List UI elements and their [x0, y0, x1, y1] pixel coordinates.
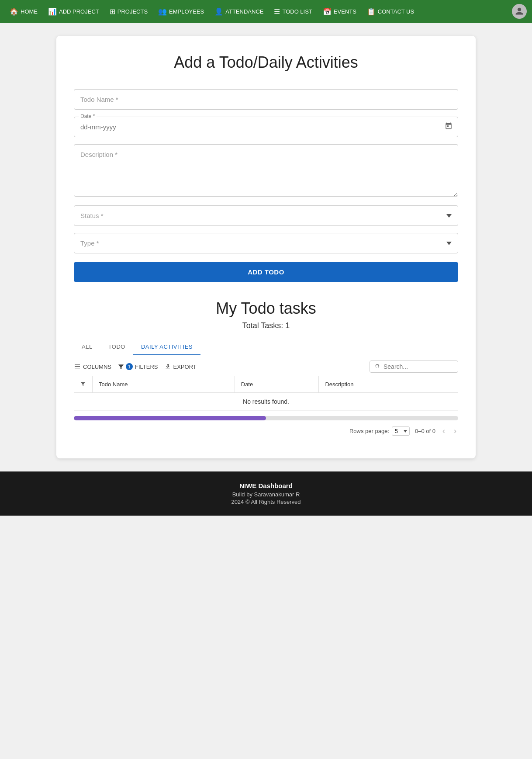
- contact-icon: 📋: [367, 7, 376, 16]
- tabs-container: ALL TODO DAILY ACTIVITIES: [74, 339, 458, 355]
- type-group: Type *: [74, 233, 458, 253]
- projects-icon: ⊞: [110, 7, 115, 16]
- pagination: Rows per page: 5 10 25 0–0 of 0 ‹ ›: [74, 424, 458, 437]
- col-date: Date: [235, 376, 319, 393]
- export-button[interactable]: EXPORT: [164, 361, 197, 372]
- nav-contact-us[interactable]: 📋 CONTACT US: [363, 5, 418, 18]
- description-input[interactable]: [74, 144, 458, 197]
- nav-projects[interactable]: ⊞ PROJECTS: [105, 5, 152, 18]
- total-tasks: Total Tasks: 1: [74, 321, 458, 330]
- footer-build: Build by Saravanakumar R: [10, 491, 522, 498]
- prev-page-button[interactable]: ‹: [441, 426, 447, 437]
- todo-list-icon: ☰: [274, 7, 280, 16]
- todo-name-input[interactable]: [74, 89, 458, 110]
- add-todo-button[interactable]: ADD TODO: [74, 262, 458, 282]
- attendance-icon: 👤: [214, 7, 223, 16]
- no-results: No results found.: [74, 393, 458, 411]
- rows-per-page-label: Rows per page:: [349, 428, 389, 434]
- description-group: [74, 144, 458, 198]
- scroll-bar-thumb: [74, 416, 266, 420]
- filters-button[interactable]: 1 FILTERS: [117, 361, 158, 372]
- nav-events[interactable]: 📅 EVENTS: [318, 5, 361, 18]
- status-select[interactable]: Status *: [74, 205, 458, 226]
- footer-copyright: 2024 © All Rights Reserved: [10, 499, 522, 505]
- page-title: Add a Todo/Daily Activities: [74, 53, 458, 72]
- date-group: Date *: [74, 117, 458, 137]
- status-group: Status *: [74, 205, 458, 226]
- date-label: Date *: [79, 113, 97, 119]
- footer: NIWE Dashboard Build by Saravanakumar R …: [0, 471, 532, 516]
- nav-add-project[interactable]: 📊 ADD PROJECT: [44, 5, 104, 18]
- date-input[interactable]: [74, 117, 458, 137]
- nav-home[interactable]: 🏠 HOME: [5, 5, 42, 18]
- home-icon: 🏠: [10, 7, 18, 16]
- employees-icon: 👥: [158, 7, 167, 16]
- navbar: 🏠 HOME 📊 ADD PROJECT ⊞ PROJECTS 👥 EMPLOY…: [0, 0, 532, 23]
- col-todo-name: Todo Name: [93, 376, 235, 393]
- next-page-button[interactable]: ›: [452, 426, 458, 437]
- search-input[interactable]: [383, 363, 453, 370]
- table-toolbar: COLUMNS 1 FILTERS EXPORT: [74, 360, 458, 373]
- search-box: [370, 360, 458, 373]
- nav-employees[interactable]: 👥 EMPLOYEES: [154, 5, 208, 18]
- user-avatar[interactable]: [512, 4, 527, 19]
- tab-all[interactable]: ALL: [74, 339, 100, 355]
- columns-button[interactable]: COLUMNS: [74, 361, 111, 372]
- filters-badge: 1: [126, 363, 133, 370]
- events-icon: 📅: [323, 7, 332, 16]
- col-description: Description: [319, 376, 458, 393]
- main-content: Add a Todo/Daily Activities Date * Statu…: [56, 36, 476, 458]
- tasks-section-title: My Todo tasks: [74, 299, 458, 318]
- footer-brand: NIWE Dashboard: [10, 482, 522, 489]
- type-select[interactable]: Type *: [74, 233, 458, 253]
- nav-attendance[interactable]: 👤 ATTENDANCE: [210, 5, 268, 18]
- todo-table: Todo Name Date Description No results fo…: [74, 376, 458, 411]
- add-project-icon: 📊: [48, 7, 57, 16]
- search-icon: [374, 364, 381, 370]
- scroll-bar-area[interactable]: [74, 416, 458, 420]
- rows-per-page-select[interactable]: 5 10 25: [392, 426, 410, 436]
- tab-todo[interactable]: TODO: [100, 339, 133, 355]
- nav-todo-list[interactable]: ☰ TODO LIST: [269, 5, 316, 18]
- page-range: 0–0 of 0: [415, 428, 435, 434]
- calendar-icon[interactable]: [445, 122, 453, 132]
- filter-header: [74, 376, 93, 393]
- tab-daily-activities[interactable]: DAILY ACTIVITIES: [133, 339, 200, 355]
- todo-name-group: [74, 89, 458, 110]
